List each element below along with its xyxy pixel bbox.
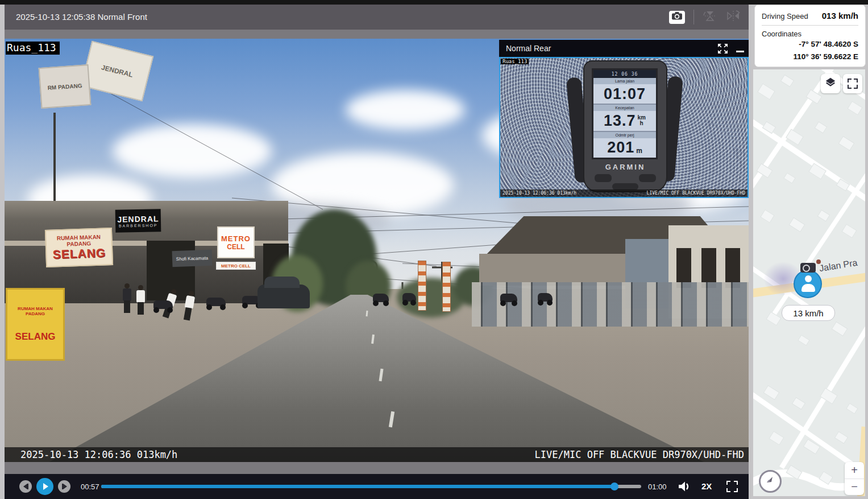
map-speed-badge: 13 km/h [782, 305, 835, 321]
front-overlay-status: LIVE/MIC OFF BLACKVUE DR970X/UHD-FHD [535, 449, 744, 460]
rear-video-window[interactable]: Normal Rear Ruas_113 [499, 40, 749, 198]
map-compass-button[interactable] [759, 470, 782, 493]
map-panel[interactable]: Jalan Pra 13 km/h + − [753, 69, 865, 496]
snapshot-button[interactable] [669, 11, 685, 24]
garmin-screen: 12 06 36 Lama jalan 01:07 Kecepatan 13.7… [592, 68, 658, 159]
layers-icon [824, 76, 837, 91]
gate-pillar [418, 261, 426, 311]
panel-divider [762, 25, 858, 26]
garmin-field2-label: Kecepatan [593, 105, 656, 111]
total-time: 01:00 [648, 482, 667, 491]
flip-horizontal-button[interactable] [726, 10, 741, 24]
play-icon [43, 483, 48, 490]
rear-expand-button[interactable] [717, 43, 728, 54]
map-fullscreen-icon [848, 79, 858, 89]
step-back-icon [23, 484, 27, 489]
video-titlebar: 2025-10-13 12:05:38 Normal Front [5, 5, 749, 30]
barbershop-sign: JENDRAL BARBERSHOP [115, 209, 161, 232]
garmin-device: 12 06 36 Lama jalan 01:07 Kecepatan 13.7… [571, 60, 679, 197]
optic-banner: Shofi Kacamata [172, 250, 213, 267]
toolbar-divider [693, 10, 694, 24]
garmin-trip-time: 01:07 [604, 85, 646, 103]
recording-dot [816, 259, 821, 264]
garmin-status-time: 12 06 36 [593, 70, 656, 78]
flip-vertical-button[interactable] [703, 10, 717, 24]
compass-icon [765, 475, 776, 488]
blackvue-viewer-window: 2025-10-13 12:05:38 Normal Front [0, 0, 868, 499]
fullscreen-button[interactable] [726, 481, 738, 492]
motorcycle [402, 293, 416, 302]
pole-sign-rm-padang: RM PADANG [39, 64, 92, 109]
garmin-field1-label: Lama jalan [593, 78, 656, 84]
garmin-brand: GARMIN [584, 163, 666, 171]
rear-window-header[interactable]: Normal Rear [499, 40, 749, 57]
map-zoom-control: + − [845, 462, 864, 495]
yellow-restaurant-sign: RUMAH MAKAN PADANG SELANG [6, 288, 65, 361]
telemetry-panel: Driving Speed 013 km/h Coordinates -7° 5… [754, 5, 866, 67]
rear-window-title: Normal Rear [506, 44, 551, 53]
window-top-strip [0, 0, 868, 5]
front-channel-label: Ruas_113 [6, 42, 60, 55]
play-button[interactable] [36, 478, 53, 495]
progress-fill [101, 485, 614, 488]
restaurant-banner: RUMAH MAKAN PADANG SELANG [45, 228, 113, 267]
front-video-overlay: 2025-10-13 12:06:36 013km/h LIVE/MIC OFF… [5, 447, 749, 462]
latitude-value: -7° 57' 48.4620 S [762, 38, 858, 51]
flip-vertical-icon [703, 14, 717, 24]
map-layers-button[interactable] [821, 74, 840, 93]
seek-handle[interactable] [610, 482, 618, 490]
vehicle-position-marker [794, 270, 822, 298]
dashcam-icon [800, 263, 816, 273]
front-overlay-timestamp: 2025-10-13 12:06:36 013km/h [20, 449, 177, 460]
metro-cell-sign: METRO CELL [217, 226, 255, 258]
zoom-in-button[interactable]: + [845, 462, 864, 479]
rear-minimize-button[interactable] [736, 51, 744, 52]
garmin-field3-label: Odmtr perj [593, 132, 656, 138]
zoom-out-button[interactable]: − [845, 479, 864, 496]
current-time: 00:57 [81, 482, 99, 491]
speaker-icon [677, 485, 691, 495]
rear-video[interactable]: Ruas_113 12 06 36 Lama jalan 01:07 Kecep… [499, 57, 749, 198]
coordinates-label: Coordinates [762, 30, 858, 38]
parked-car [258, 284, 310, 308]
longitude-value: 110° 36' 59.6622 E [762, 51, 858, 63]
motorcycle [500, 294, 517, 302]
motorcycle [373, 294, 389, 302]
volume-button[interactable] [677, 480, 691, 496]
next-frame-button[interactable] [58, 480, 70, 493]
step-forward-icon [63, 484, 67, 489]
motorcycle [538, 293, 553, 302]
seek-bar[interactable] [101, 485, 641, 488]
garmin-speed-value: 13.7 [604, 112, 636, 130]
map-fullscreen-button[interactable] [843, 74, 862, 93]
motorcycle [153, 300, 173, 309]
playback-speed-button[interactable]: 2X [701, 481, 712, 491]
person-icon [805, 275, 812, 282]
rear-channel-label: Ruas_113 [501, 59, 529, 64]
playback-controls: 00:57 01:00 2X [5, 474, 749, 499]
driving-speed-value: 013 km/h [822, 11, 858, 20]
garmin-odometer-value: 201 [607, 139, 634, 156]
flip-horizontal-icon [726, 14, 741, 24]
camera-icon [672, 12, 682, 22]
metro-cell-small-sign: METRO CELL [216, 262, 256, 270]
motorcycle [206, 298, 226, 306]
gate-pillar [442, 262, 451, 312]
rear-video-overlay: 2025-10-13 12:06:36 013km/h LIVE/MIC OFF… [500, 189, 747, 197]
rear-overlay-status: LIVE/MIC OFF BLACKVUE DR970X/UHD-FHD [647, 191, 745, 196]
video-timestamp-title: 2025-10-13 12:05:38 Normal Front [16, 12, 147, 22]
rear-overlay-timestamp: 2025-10-13 12:06:36 013km/h [502, 191, 576, 196]
fullscreen-icon [726, 481, 730, 485]
previous-frame-button[interactable] [19, 480, 32, 493]
driving-speed-label: Driving Speed [762, 12, 808, 20]
